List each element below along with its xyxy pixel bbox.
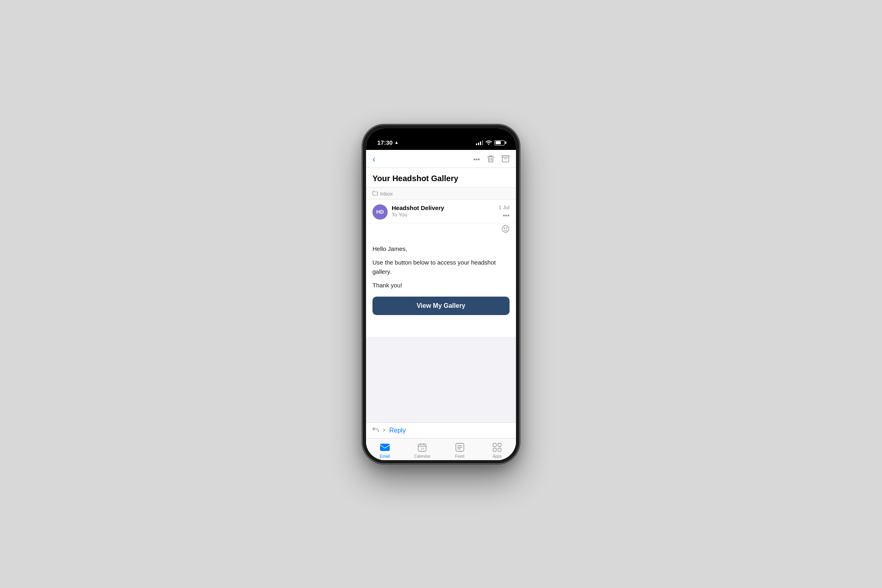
sender-row: HD Headshot Delivery To You 1 Jul ••• — [366, 200, 516, 223]
email-tab-icon-wrap — [379, 442, 390, 453]
status-bar: 17:30 ▲ — [366, 128, 516, 150]
feed-tab-icon — [455, 443, 464, 452]
status-icons — [476, 140, 505, 146]
time-display: 17:30 — [377, 139, 392, 146]
calendar-tab-label: Calendar — [414, 454, 431, 459]
calendar-tab-icon: 15 — [418, 443, 427, 452]
phone-screen: 17:30 ▲ — [366, 128, 516, 460]
sender-recipient: To You — [392, 212, 495, 218]
sender-meta: 1 Jul ••• — [499, 204, 510, 219]
signal-bar-1 — [476, 143, 477, 145]
email-body-line1: Use the button below to access your head… — [372, 258, 510, 276]
nav-bar: ‹ ••• — [366, 150, 516, 168]
svg-rect-17 — [498, 443, 501, 447]
sender-name: Headshot Delivery — [392, 204, 495, 211]
email-spacer — [366, 337, 516, 422]
svg-rect-18 — [493, 448, 496, 451]
more-button[interactable]: ••• — [473, 156, 480, 163]
svg-text:15: 15 — [421, 447, 424, 451]
reaction-area — [366, 223, 516, 238]
email-tab-icon — [380, 443, 390, 451]
location-icon: ▲ — [394, 140, 399, 145]
nav-left: ‹ — [372, 155, 375, 164]
svg-rect-6 — [380, 444, 390, 451]
email-thanks: Thank you! — [372, 281, 510, 290]
reply-bar: Reply — [366, 422, 516, 438]
wifi-icon — [486, 140, 492, 146]
tab-item-feed[interactable]: Feed — [441, 442, 479, 459]
phone-wrapper: 17:30 ▲ — [363, 125, 519, 463]
apps-tab-label: Apps — [493, 454, 502, 459]
email-text: Hello James, Use the button below to acc… — [372, 244, 510, 290]
archive-button[interactable] — [502, 155, 510, 164]
view-gallery-button[interactable]: View My Gallery — [372, 297, 510, 315]
calendar-tab-icon-wrap: 15 — [417, 442, 428, 453]
tab-item-calendar[interactable]: 15 Calendar — [404, 442, 441, 459]
signal-bar-4 — [482, 140, 483, 145]
email-date: 1 Jul — [499, 204, 510, 210]
feed-tab-icon-wrap — [454, 442, 465, 453]
email-more-button[interactable]: ••• — [503, 212, 510, 219]
reply-arrow-icon — [372, 427, 379, 434]
status-time: 17:30 ▲ — [377, 139, 399, 146]
signal-bar-3 — [480, 141, 481, 145]
apps-tab-icon-wrap — [492, 442, 503, 453]
svg-rect-2 — [502, 156, 509, 157]
folder-label: Inbox — [380, 191, 393, 197]
folder-icon — [372, 191, 378, 197]
back-button[interactable]: ‹ — [372, 155, 375, 164]
dynamic-island — [417, 133, 465, 147]
reply-chevron-icon — [382, 428, 386, 433]
mail-content: ‹ ••• — [366, 150, 516, 460]
svg-rect-19 — [498, 448, 501, 451]
email-body: Hello James, Use the button below to acc… — [366, 238, 516, 337]
sender-avatar: HD — [372, 204, 388, 220]
battery-icon — [494, 140, 505, 145]
battery-fill — [496, 141, 501, 144]
inbox-label: Inbox — [372, 191, 510, 197]
trash-button[interactable] — [487, 155, 494, 164]
email-subject: Your Headshot Gallery — [372, 174, 510, 183]
email-greeting: Hello James, — [372, 244, 510, 254]
apps-tab-icon — [493, 443, 502, 452]
tab-bar: Email 15 Calendar — [366, 438, 516, 460]
inbox-label-area: Inbox — [366, 188, 516, 200]
reply-button[interactable]: Reply — [389, 427, 406, 434]
svg-rect-16 — [493, 443, 496, 447]
reaction-button[interactable] — [502, 225, 510, 235]
email-tab-label: Email — [380, 454, 390, 459]
nav-actions: ••• — [473, 155, 510, 164]
feed-tab-label: Feed — [455, 454, 464, 459]
signal-bars — [476, 140, 483, 145]
sender-info: Headshot Delivery To You — [392, 204, 495, 218]
svg-point-3 — [502, 225, 509, 232]
subject-area: Your Headshot Gallery — [366, 168, 516, 188]
svg-point-5 — [506, 228, 507, 228]
signal-bar-2 — [478, 143, 479, 145]
svg-point-4 — [504, 228, 505, 228]
